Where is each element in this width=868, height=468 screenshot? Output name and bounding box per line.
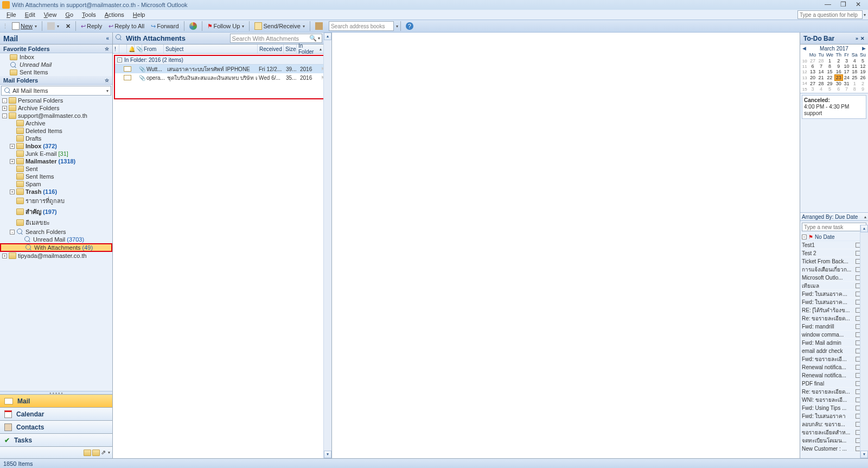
maximize-button[interactable]: ❐ [835,1,851,9]
new-task-input[interactable] [802,223,866,231]
new-button[interactable]: New▾ [9,21,40,31]
follow-up-button[interactable]: ⚑Follow Up▾ [205,21,247,31]
reply-all-button[interactable]: ↩Reply to All [106,21,147,31]
nav-contacts-button[interactable]: Contacts [0,420,112,433]
collapse-nav-icon[interactable]: « [106,35,109,41]
menu-actions[interactable]: Actions [100,11,129,18]
task-row[interactable]: Fwd: ใบเสนอราคา⚑ [800,412,868,420]
task-row[interactable]: window comma...⚑ [800,331,868,339]
folder-archive[interactable]: Archive [0,119,112,127]
configure-buttons-icon[interactable]: ▾ [108,450,110,455]
task-row[interactable]: Test 2⚑ [800,249,868,257]
folder-unread-mail[interactable]: Unread Mail (3703) [0,236,112,243]
task-row[interactable]: PDF final⚑ [800,380,868,388]
folder-personal-folders[interactable]: -Personal Folders [0,97,112,104]
col-received[interactable]: Received [258,45,284,53]
forward-button[interactable]: ↪Forward [148,21,181,31]
task-group-header[interactable]: − ⚑ No Date [800,233,868,241]
task-arrange-bar[interactable]: Arranged By: Due Date▴ [800,212,868,221]
todo-close-icon[interactable]: ✕ [860,36,865,41]
task-row[interactable]: email addr check⚑ [800,347,868,355]
task-row[interactable]: Renewal notifica...⚑ [800,371,868,380]
address-search-dropdown-icon[interactable]: ▾ [396,24,398,29]
col-icon[interactable] [119,45,127,53]
notes-icon[interactable] [84,450,91,456]
col-reminder[interactable]: 🔔 [127,45,135,53]
calendar-grid[interactable]: MoTuWeThFrSaSu10272812345116789101112121… [801,52,867,92]
folder-deleted-items[interactable]: Deleted Items [0,127,112,135]
nav-mail-button[interactable]: Mail [0,394,112,407]
task-row[interactable]: Ticket From Back...⚑ [800,257,868,265]
folder-sent[interactable]: Sent [0,165,112,173]
fav-unread[interactable]: Unread Mail [0,61,112,68]
task-row[interactable]: Microsoft Outlo...⚑ [800,274,868,282]
fav-inbox[interactable]: Inbox [0,53,112,61]
address-search[interactable]: Search address books [329,21,394,31]
task-row[interactable]: Renewal notifica...⚑ [800,363,868,371]
list-search-box[interactable]: Search With Attachments 🔍▾ [230,34,322,43]
task-row[interactable]: Re: ขอรายละเอียด...⚑ [800,388,868,396]
find-contact-button[interactable] [312,21,326,31]
categorize-button[interactable] [187,21,200,31]
nav-calendar-button[interactable]: Calendar [0,407,112,420]
folder-search-folders[interactable]: -Search Folders [0,228,112,236]
menu-view[interactable]: View [40,11,61,18]
task-row[interactable]: Fwd: ใบเสนอราค...⚑ [800,298,868,306]
folder-trash[interactable]: +Trash (116) [0,188,112,195]
task-row[interactable]: จดทะเบียนโดเมน...⚑ [800,437,868,445]
todo-expand-icon[interactable]: » [856,36,858,41]
task-row[interactable]: ลอบกลับ: ขอราย...⚑ [800,420,868,428]
message-row[interactable]: 📎Wutt...เสนอราคาระบบโทรศัพท์ IPPHONEFri … [115,65,329,73]
task-row[interactable]: WNI: ขอรายละเอี...⚑ [800,396,868,404]
task-row[interactable]: Fwd: Mail admin⚑ [800,339,868,347]
folder-support-mailmaster-co-th[interactable]: -support@mailmaster.co.th [0,112,112,119]
menu-file[interactable]: File [2,11,21,18]
send-receive-button[interactable]: Send/Receive▾ [252,21,308,31]
folder-with-attachments[interactable]: With Attachments (49) [0,243,112,252]
folder-junk-e-mail[interactable]: Junk E-mail [31] [0,150,112,157]
menu-help[interactable]: Help [129,11,150,18]
reply-button[interactable]: ↩Reply [78,21,105,31]
help-button[interactable]: ? [403,21,416,31]
task-row[interactable]: เทียเมล⚑ [800,282,868,290]
help-search-input[interactable] [797,10,863,19]
list-scrollbar[interactable]: ▴ ▾ [323,33,331,458]
folder-inbox[interactable]: +Inbox (372) [0,142,112,150]
next-month-icon[interactable]: ▶ [862,46,866,51]
menu-tools[interactable]: Tools [78,11,100,18]
group-header[interactable]: − In Folder: 2016 (2 items) [115,56,329,65]
help-search-dropdown-icon[interactable]: ▾ [864,12,866,17]
folder-archive-folders[interactable]: +Archive Folders [0,104,112,112]
col-subject[interactable]: Subject [164,45,258,53]
fav-sent[interactable]: Sent Items [0,68,112,76]
task-scrollbar[interactable]: ▴ ▾ [860,225,868,458]
nav-tasks-button[interactable]: ✔Tasks [0,433,112,446]
mail-folders-header[interactable]: Mail Folders☆ [0,76,112,85]
folder-tipyada-mailmaster-co-th[interactable]: +tipyada@mailmaster.co.th [0,252,112,260]
folder--[interactable]: รายการที่ถูกลบ [0,195,112,206]
menu-edit[interactable]: Edit [21,11,40,18]
task-row[interactable]: Fwd: Using Tips ...⚑ [800,404,868,412]
task-row[interactable]: Fwd: ใบเสนอราค...⚑ [800,290,868,298]
message-row[interactable]: 📎opera...ชุดใบรับเงินสะสมและเงินสมทบ บริ… [115,73,329,82]
minimize-button[interactable]: — [820,1,835,9]
col-attachment[interactable]: 📎 [135,45,142,53]
print-button[interactable]: ▾ [44,21,62,31]
task-row[interactable]: Test1⚑ [800,241,868,249]
menu-go[interactable]: Go [61,11,78,18]
folder--[interactable]: สำคัญ (197) [0,206,112,217]
delete-button[interactable]: ✕ [63,21,73,31]
folder-list-icon[interactable] [92,450,100,456]
favorite-folders-header[interactable]: Favorite Folders☆ [0,45,112,53]
task-row[interactable]: RE: [ได้รับคำร้องข...⚑ [800,306,868,314]
folder--[interactable]: อีเมลขยะ [0,217,112,228]
next-appointment[interactable]: Canceled: 4:00 PM - 4:30 PM support [802,95,866,119]
task-row[interactable]: Re: ขอรายละเอียด...⚑ [800,314,868,322]
task-row[interactable]: New Customer : ...⚑ [800,445,868,453]
folder-drafts[interactable]: Drafts [0,135,112,142]
col-from[interactable]: From [142,45,164,53]
folder-sent-items[interactable]: Sent Items [0,173,112,180]
close-button[interactable]: ✕ [851,1,866,9]
task-row[interactable]: ขอรายละเอียดสำห...⚑ [800,428,868,437]
task-row[interactable]: Fwd: ขอรายละเอี...⚑ [800,355,868,363]
